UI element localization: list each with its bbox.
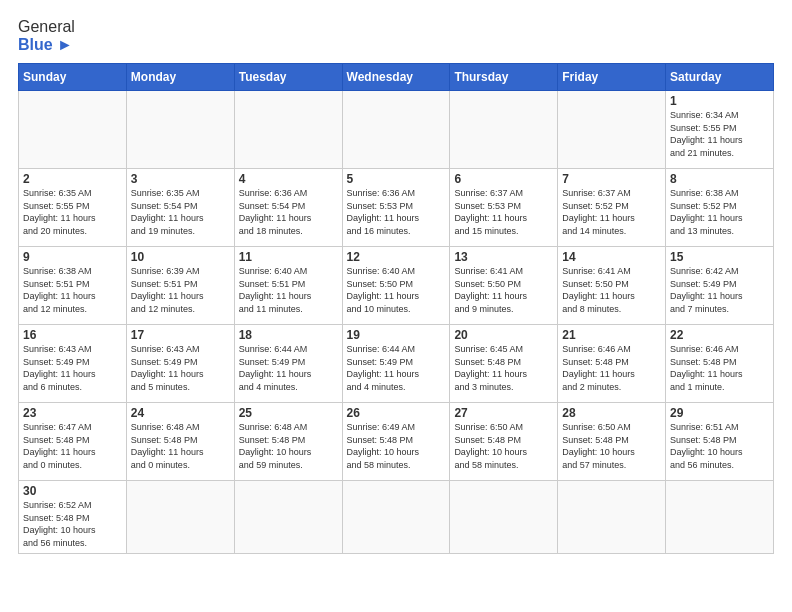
day-number: 6 xyxy=(454,172,553,186)
day-info: Sunrise: 6:48 AM Sunset: 5:48 PM Dayligh… xyxy=(131,421,230,471)
calendar-cell: 12Sunrise: 6:40 AM Sunset: 5:50 PM Dayli… xyxy=(342,247,450,325)
col-header-monday: Monday xyxy=(126,64,234,91)
day-number: 5 xyxy=(347,172,446,186)
calendar-cell: 6Sunrise: 6:37 AM Sunset: 5:53 PM Daylig… xyxy=(450,169,558,247)
day-info: Sunrise: 6:37 AM Sunset: 5:53 PM Dayligh… xyxy=(454,187,553,237)
col-header-thursday: Thursday xyxy=(450,64,558,91)
calendar-cell xyxy=(342,91,450,169)
day-number: 17 xyxy=(131,328,230,342)
calendar-cell: 30Sunrise: 6:52 AM Sunset: 5:48 PM Dayli… xyxy=(19,481,127,553)
calendar-cell: 15Sunrise: 6:42 AM Sunset: 5:49 PM Dayli… xyxy=(666,247,774,325)
calendar-cell: 14Sunrise: 6:41 AM Sunset: 5:50 PM Dayli… xyxy=(558,247,666,325)
calendar-cell xyxy=(450,481,558,553)
day-number: 21 xyxy=(562,328,661,342)
day-number: 7 xyxy=(562,172,661,186)
col-header-tuesday: Tuesday xyxy=(234,64,342,91)
page: General Blue ► SundayMondayTuesdayWednes… xyxy=(0,0,792,564)
logo-container: General Blue ► xyxy=(18,18,75,53)
calendar-cell: 27Sunrise: 6:50 AM Sunset: 5:48 PM Dayli… xyxy=(450,403,558,481)
day-number: 1 xyxy=(670,94,769,108)
day-info: Sunrise: 6:50 AM Sunset: 5:48 PM Dayligh… xyxy=(454,421,553,471)
day-info: Sunrise: 6:35 AM Sunset: 5:54 PM Dayligh… xyxy=(131,187,230,237)
day-info: Sunrise: 6:47 AM Sunset: 5:48 PM Dayligh… xyxy=(23,421,122,471)
day-number: 16 xyxy=(23,328,122,342)
calendar-cell: 11Sunrise: 6:40 AM Sunset: 5:51 PM Dayli… xyxy=(234,247,342,325)
calendar-cell: 26Sunrise: 6:49 AM Sunset: 5:48 PM Dayli… xyxy=(342,403,450,481)
day-number: 19 xyxy=(347,328,446,342)
col-header-sunday: Sunday xyxy=(19,64,127,91)
day-number: 25 xyxy=(239,406,338,420)
calendar-week-row: 30Sunrise: 6:52 AM Sunset: 5:48 PM Dayli… xyxy=(19,481,774,553)
calendar-cell: 3Sunrise: 6:35 AM Sunset: 5:54 PM Daylig… xyxy=(126,169,234,247)
calendar-week-row: 2Sunrise: 6:35 AM Sunset: 5:55 PM Daylig… xyxy=(19,169,774,247)
day-number: 8 xyxy=(670,172,769,186)
calendar-week-row: 1Sunrise: 6:34 AM Sunset: 5:55 PM Daylig… xyxy=(19,91,774,169)
day-number: 18 xyxy=(239,328,338,342)
calendar-week-row: 16Sunrise: 6:43 AM Sunset: 5:49 PM Dayli… xyxy=(19,325,774,403)
day-number: 2 xyxy=(23,172,122,186)
day-info: Sunrise: 6:44 AM Sunset: 5:49 PM Dayligh… xyxy=(239,343,338,393)
day-number: 14 xyxy=(562,250,661,264)
calendar-cell: 23Sunrise: 6:47 AM Sunset: 5:48 PM Dayli… xyxy=(19,403,127,481)
calendar-cell: 2Sunrise: 6:35 AM Sunset: 5:55 PM Daylig… xyxy=(19,169,127,247)
logo-blue: Blue ► xyxy=(18,36,73,54)
day-info: Sunrise: 6:44 AM Sunset: 5:49 PM Dayligh… xyxy=(347,343,446,393)
col-header-friday: Friday xyxy=(558,64,666,91)
calendar-table: SundayMondayTuesdayWednesdayThursdayFrid… xyxy=(18,63,774,553)
calendar-cell xyxy=(234,91,342,169)
day-info: Sunrise: 6:39 AM Sunset: 5:51 PM Dayligh… xyxy=(131,265,230,315)
day-number: 20 xyxy=(454,328,553,342)
day-number: 27 xyxy=(454,406,553,420)
calendar-cell xyxy=(450,91,558,169)
calendar-cell: 18Sunrise: 6:44 AM Sunset: 5:49 PM Dayli… xyxy=(234,325,342,403)
calendar-cell: 16Sunrise: 6:43 AM Sunset: 5:49 PM Dayli… xyxy=(19,325,127,403)
day-info: Sunrise: 6:41 AM Sunset: 5:50 PM Dayligh… xyxy=(454,265,553,315)
calendar-week-row: 23Sunrise: 6:47 AM Sunset: 5:48 PM Dayli… xyxy=(19,403,774,481)
day-info: Sunrise: 6:45 AM Sunset: 5:48 PM Dayligh… xyxy=(454,343,553,393)
calendar-week-row: 9Sunrise: 6:38 AM Sunset: 5:51 PM Daylig… xyxy=(19,247,774,325)
calendar-header-row: SundayMondayTuesdayWednesdayThursdayFrid… xyxy=(19,64,774,91)
calendar-cell xyxy=(558,91,666,169)
day-info: Sunrise: 6:40 AM Sunset: 5:51 PM Dayligh… xyxy=(239,265,338,315)
calendar-cell: 9Sunrise: 6:38 AM Sunset: 5:51 PM Daylig… xyxy=(19,247,127,325)
day-number: 11 xyxy=(239,250,338,264)
day-number: 30 xyxy=(23,484,122,498)
day-info: Sunrise: 6:35 AM Sunset: 5:55 PM Dayligh… xyxy=(23,187,122,237)
calendar-cell: 22Sunrise: 6:46 AM Sunset: 5:48 PM Dayli… xyxy=(666,325,774,403)
day-number: 12 xyxy=(347,250,446,264)
calendar-cell xyxy=(126,481,234,553)
calendar-cell xyxy=(126,91,234,169)
calendar-cell: 21Sunrise: 6:46 AM Sunset: 5:48 PM Dayli… xyxy=(558,325,666,403)
day-number: 13 xyxy=(454,250,553,264)
col-header-wednesday: Wednesday xyxy=(342,64,450,91)
col-header-saturday: Saturday xyxy=(666,64,774,91)
calendar-cell: 29Sunrise: 6:51 AM Sunset: 5:48 PM Dayli… xyxy=(666,403,774,481)
logo-general: General xyxy=(18,18,75,36)
day-info: Sunrise: 6:34 AM Sunset: 5:55 PM Dayligh… xyxy=(670,109,769,159)
day-info: Sunrise: 6:46 AM Sunset: 5:48 PM Dayligh… xyxy=(670,343,769,393)
day-info: Sunrise: 6:38 AM Sunset: 5:52 PM Dayligh… xyxy=(670,187,769,237)
calendar-cell: 19Sunrise: 6:44 AM Sunset: 5:49 PM Dayli… xyxy=(342,325,450,403)
day-info: Sunrise: 6:43 AM Sunset: 5:49 PM Dayligh… xyxy=(131,343,230,393)
day-info: Sunrise: 6:37 AM Sunset: 5:52 PM Dayligh… xyxy=(562,187,661,237)
calendar-cell: 4Sunrise: 6:36 AM Sunset: 5:54 PM Daylig… xyxy=(234,169,342,247)
logo: General Blue ► xyxy=(18,18,75,53)
calendar-cell: 7Sunrise: 6:37 AM Sunset: 5:52 PM Daylig… xyxy=(558,169,666,247)
day-info: Sunrise: 6:51 AM Sunset: 5:48 PM Dayligh… xyxy=(670,421,769,471)
day-number: 22 xyxy=(670,328,769,342)
calendar-cell xyxy=(234,481,342,553)
day-info: Sunrise: 6:38 AM Sunset: 5:51 PM Dayligh… xyxy=(23,265,122,315)
day-number: 26 xyxy=(347,406,446,420)
day-info: Sunrise: 6:41 AM Sunset: 5:50 PM Dayligh… xyxy=(562,265,661,315)
calendar-cell: 20Sunrise: 6:45 AM Sunset: 5:48 PM Dayli… xyxy=(450,325,558,403)
day-info: Sunrise: 6:52 AM Sunset: 5:48 PM Dayligh… xyxy=(23,499,122,549)
day-number: 15 xyxy=(670,250,769,264)
day-info: Sunrise: 6:50 AM Sunset: 5:48 PM Dayligh… xyxy=(562,421,661,471)
calendar-cell: 8Sunrise: 6:38 AM Sunset: 5:52 PM Daylig… xyxy=(666,169,774,247)
day-number: 9 xyxy=(23,250,122,264)
calendar-cell xyxy=(19,91,127,169)
day-number: 24 xyxy=(131,406,230,420)
calendar-cell: 13Sunrise: 6:41 AM Sunset: 5:50 PM Dayli… xyxy=(450,247,558,325)
calendar-cell: 24Sunrise: 6:48 AM Sunset: 5:48 PM Dayli… xyxy=(126,403,234,481)
calendar-cell: 25Sunrise: 6:48 AM Sunset: 5:48 PM Dayli… xyxy=(234,403,342,481)
